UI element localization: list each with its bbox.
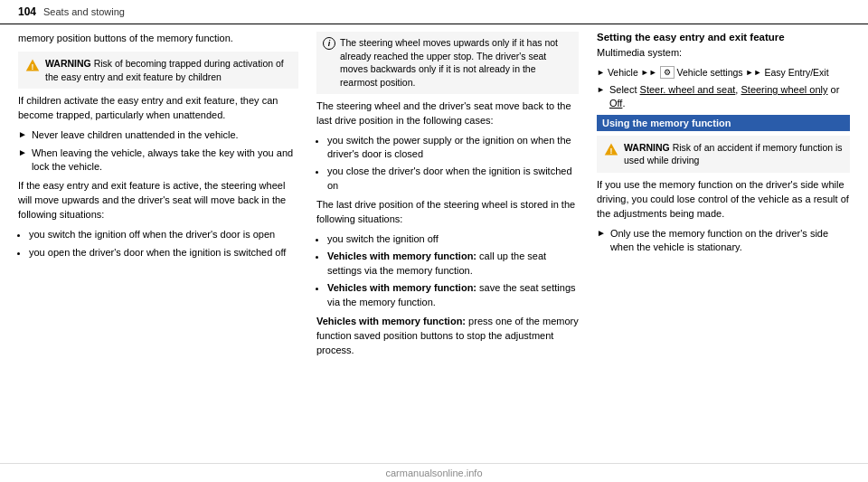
mid-para1: The steering wheel and the driver's seat… — [316, 99, 579, 128]
nav-path: ► Vehicle ►► ⚙ Vehicle set­tings ►► Easy… — [597, 66, 850, 79]
mid-bullet-list-2: you switch the ignition off Vehicles wit… — [327, 232, 579, 309]
warning-label-1: WARNING — [45, 58, 94, 69]
mid-bullet-2: you close the driver's door when the ign… — [327, 165, 579, 193]
warning-box-1: ! WARNING Risk of becoming trapped durin… — [18, 52, 298, 89]
warning-text-2: WARNING Risk of an accident if memory fu… — [624, 141, 843, 167]
warning-icon-1: ! — [25, 58, 40, 72]
arrow-text-2: When leaving the vehicle, always take th… — [32, 146, 298, 175]
section-heading-entry-exit: Setting the easy entry and exit feature — [597, 32, 850, 43]
nav-item-vehicle: Vehicle — [608, 67, 638, 78]
left-para1: If children activate the easy entry and … — [18, 94, 298, 123]
svg-text:!: ! — [32, 62, 34, 71]
bullet-item-2: you open the driver's door when the igni… — [29, 246, 298, 260]
header-title: Seats and stowing — [43, 6, 125, 17]
memory-section-bar: Using the memory function — [597, 115, 850, 131]
multimedia-label: Multimedia system: — [597, 46, 850, 61]
right-arrow-text-1: Only use the memory function on the driv… — [610, 227, 850, 255]
left-arrow-list: ► Never leave children unattended in the… — [18, 128, 298, 174]
content-area: memory position buttons of the memory fu… — [0, 32, 868, 463]
watermark: carmanualsonline.info — [0, 463, 868, 482]
select-arrow-icon: ► — [597, 85, 605, 94]
mid-bullet-3: you switch the ignition off — [327, 232, 579, 246]
warning-box-2: ! WARNING Risk of an accident if memory … — [597, 136, 850, 173]
mid-bold-label: Vehicles with memory function: — [316, 316, 466, 326]
mid-para3: Vehicles with memory function: press one… — [316, 315, 579, 358]
info-text: The steering wheel moves upwards only if… — [340, 36, 572, 90]
arrow-icon-2: ► — [18, 147, 27, 157]
warning-text-1: WARNING Risk of becoming trapped during … — [45, 57, 291, 83]
page-container: 104 Seats and stowing memory position bu… — [0, 0, 868, 482]
page-number: 104 — [18, 5, 36, 18]
left-bullet-list: you switch the ignition off when the dri… — [29, 228, 298, 260]
left-column: memory position buttons of the memory fu… — [18, 32, 298, 463]
arrow-item-1: ► Never leave children unattended in the… — [18, 128, 298, 142]
right-para1: If you use the memory function on the dr… — [597, 178, 850, 222]
page-header: 104 Seats and stowing — [0, 0, 868, 24]
info-box: i The steering wheel moves upwards only … — [316, 32, 579, 94]
warning-icon-2: ! — [604, 142, 618, 156]
info-circle-icon: i — [323, 37, 335, 50]
mid-bullet-5: Vehicles with memory function: save the … — [327, 281, 579, 309]
nav-item-easy: Easy Entry/Exit — [764, 67, 828, 78]
info-icon: i — [323, 37, 335, 50]
select-item: ► Select Steer. wheel and seat, Steering… — [597, 83, 850, 111]
bullet-item-1: you switch the ignition off when the dri… — [29, 228, 298, 241]
nav-icon-box: ⚙ — [660, 66, 675, 79]
arrow-text-1: Never leave children unattended in the v… — [32, 128, 239, 142]
warning-label-2: WARNING — [624, 142, 673, 153]
left-para2: If the easy entry and exit feature is ac… — [18, 179, 298, 222]
arrow-item-2: ► When leaving the vehicle, always take … — [18, 146, 298, 175]
right-arrow-list: ► Only use the memory function on the dr… — [597, 227, 850, 255]
select-text: Select Steer. wheel and seat, Steering w… — [609, 83, 850, 111]
nav-arrow-2: ►► — [641, 68, 657, 77]
nav-item-settings: Vehicle set­tings — [677, 67, 743, 78]
svg-text:!: ! — [610, 146, 613, 156]
middle-column: i The steering wheel moves upwards only … — [316, 32, 579, 463]
mid-para2: The last drive position of the steering … — [316, 198, 579, 227]
nav-arrow-1: ► — [597, 68, 605, 77]
arrow-icon-1: ► — [18, 129, 27, 139]
mid-bullet-list-1: you switch the power supply or the ignit… — [327, 134, 579, 194]
mid-bullet-1: you switch the power supply or the ignit… — [327, 134, 579, 162]
mid-bullet-4: Vehicles with memory function: call up t… — [327, 250, 579, 278]
right-arrow-icon-1: ► — [597, 228, 606, 238]
nav-arrow-3: ►► — [746, 68, 762, 77]
right-arrow-item-1: ► Only use the memory function on the dr… — [597, 227, 850, 255]
right-column: Setting the easy entry and exit feature … — [597, 32, 850, 463]
left-intro: memory position buttons of the memory fu… — [18, 32, 298, 46]
